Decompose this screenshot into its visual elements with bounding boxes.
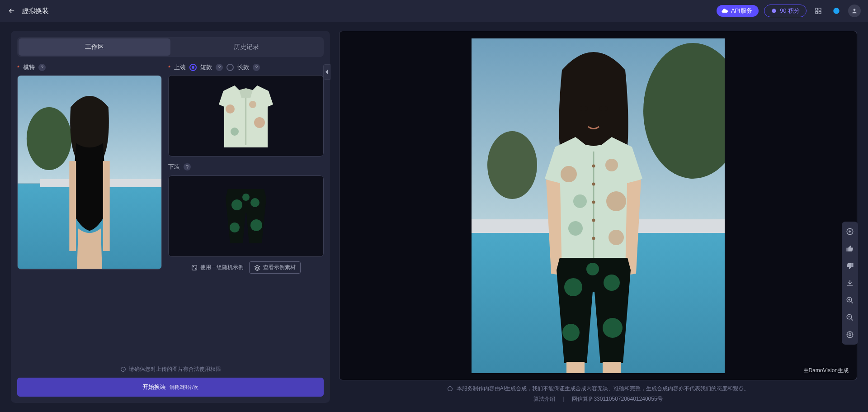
filing-link[interactable]: 网信算备330110507206401240055号 bbox=[572, 395, 662, 403]
svg-point-41 bbox=[568, 221, 583, 236]
svg-point-6 bbox=[854, 9, 856, 11]
footer-links: 算法介绍 网信算备330110507206401240055号 bbox=[339, 395, 857, 403]
separator bbox=[563, 397, 564, 402]
svg-point-25 bbox=[193, 266, 194, 267]
browser-icon[interactable] bbox=[830, 5, 843, 17]
svg-point-48 bbox=[592, 218, 595, 222]
model-head: * 模特 ? bbox=[17, 63, 162, 71]
svg-point-37 bbox=[599, 106, 608, 111]
add-button[interactable] bbox=[844, 226, 855, 237]
layers-icon bbox=[254, 265, 260, 271]
svg-point-23 bbox=[242, 194, 250, 201]
thumbs-up-button[interactable] bbox=[844, 243, 855, 254]
watermark: 由DamoVision生成 bbox=[803, 367, 849, 374]
svg-point-42 bbox=[605, 159, 618, 171]
zoom-in-button[interactable] bbox=[844, 295, 855, 306]
panel-tabs: 工作区 历史记录 bbox=[17, 37, 324, 57]
result-image[interactable] bbox=[472, 38, 725, 373]
qr-icon[interactable] bbox=[812, 5, 825, 17]
svg-rect-24 bbox=[192, 265, 197, 270]
api-service-label: API服务 bbox=[731, 7, 752, 15]
svg-point-20 bbox=[250, 198, 259, 207]
cloud-icon bbox=[721, 7, 728, 14]
svg-point-16 bbox=[231, 128, 239, 136]
radio-short[interactable] bbox=[189, 64, 197, 71]
work-area: * 模特 ? bbox=[17, 63, 324, 274]
help-icon[interactable]: ? bbox=[184, 163, 191, 170]
svg-rect-55 bbox=[566, 362, 585, 373]
tab-history[interactable]: 历史记录 bbox=[170, 38, 322, 56]
bottom-image-slot[interactable] bbox=[168, 175, 324, 257]
top-head: * 上装 短款 ? 长款 ? bbox=[168, 63, 324, 71]
legal-text: 请确保您对上传的图片有合法使用权限 bbox=[129, 365, 221, 373]
svg-point-39 bbox=[561, 166, 577, 182]
collapse-panel-button[interactable] bbox=[323, 64, 330, 80]
left-panel: 工作区 历史记录 * 模特 ? bbox=[11, 31, 330, 403]
svg-rect-12 bbox=[69, 161, 76, 251]
sample-actions: 使用一组随机示例 查看示例素材 bbox=[168, 261, 324, 274]
reset-view-button[interactable] bbox=[844, 329, 855, 340]
avatar[interactable] bbox=[848, 5, 861, 17]
topbar-left: 虚拟换装 bbox=[7, 6, 49, 15]
right-panel: 由DamoVision生成 本服务制作内容由AI生成合成，我们不能保证生成合成内… bbox=[339, 31, 857, 403]
svg-point-22 bbox=[250, 219, 262, 231]
main: 工作区 历史记录 * 模特 ? bbox=[0, 22, 868, 412]
bottom-label: 下装 bbox=[168, 163, 180, 171]
svg-rect-3 bbox=[816, 11, 818, 14]
required-star: * bbox=[17, 64, 19, 71]
help-icon[interactable]: ? bbox=[253, 64, 260, 71]
help-icon[interactable]: ? bbox=[38, 64, 46, 71]
view-samples-button[interactable]: 查看示例素材 bbox=[249, 261, 301, 274]
svg-point-40 bbox=[606, 191, 626, 211]
svg-point-45 bbox=[592, 164, 595, 167]
start-label: 开始换装 bbox=[142, 383, 166, 391]
top-long-label: 长款 bbox=[237, 63, 249, 71]
svg-point-21 bbox=[230, 223, 240, 232]
radio-long[interactable] bbox=[226, 64, 234, 71]
disclaimer-row: 本服务制作内容由AI生成合成，我们不能保证生成合成内容无误、准确和完整，生成合成… bbox=[339, 385, 857, 393]
legal-note: 请确保您对上传的图片有合法使用权限 bbox=[17, 365, 324, 373]
zoom-out-button[interactable] bbox=[844, 312, 855, 323]
svg-point-43 bbox=[573, 194, 587, 208]
random-sample-button[interactable]: 使用一组随机示例 bbox=[191, 264, 244, 271]
svg-point-67 bbox=[849, 333, 851, 336]
credits-pill[interactable]: 90 积分 bbox=[764, 5, 807, 17]
api-service-button[interactable]: API服务 bbox=[717, 5, 759, 17]
model-column: * 模特 ? bbox=[17, 63, 162, 274]
svg-point-44 bbox=[609, 230, 624, 245]
svg-rect-56 bbox=[603, 362, 621, 373]
thumbs-down-button[interactable] bbox=[844, 260, 855, 271]
coin-icon bbox=[771, 8, 777, 14]
svg-point-46 bbox=[592, 182, 595, 185]
svg-point-49 bbox=[592, 237, 595, 240]
back-button[interactable] bbox=[7, 6, 16, 15]
svg-point-19 bbox=[231, 199, 242, 210]
start-button[interactable]: 开始换装 消耗2积分/次 bbox=[17, 378, 324, 397]
svg-line-61 bbox=[851, 301, 853, 303]
credits-text: 90 积分 bbox=[780, 7, 800, 15]
bottom-clothing-image bbox=[212, 180, 280, 252]
svg-rect-4 bbox=[819, 11, 821, 14]
svg-point-0 bbox=[772, 9, 776, 13]
tab-workspace[interactable]: 工作区 bbox=[19, 38, 170, 56]
disclaimer-text: 本服务制作内容由AI生成合成，我们不能保证生成合成内容无误、准确和完整，生成合成… bbox=[457, 385, 749, 393]
algo-link[interactable]: 算法介绍 bbox=[533, 395, 555, 403]
svg-point-47 bbox=[592, 200, 595, 204]
help-icon[interactable]: ? bbox=[216, 64, 223, 71]
model-image-slot[interactable] bbox=[17, 75, 162, 270]
svg-point-15 bbox=[254, 117, 265, 128]
download-button[interactable] bbox=[844, 278, 855, 289]
svg-point-52 bbox=[562, 324, 580, 341]
clothes-column: * 上装 短款 ? 长款 ? bbox=[168, 63, 324, 274]
top-label: 上装 bbox=[174, 63, 186, 71]
info-icon bbox=[447, 386, 453, 392]
model-label: 模特 bbox=[23, 63, 35, 71]
svg-point-26 bbox=[195, 268, 196, 269]
dice-icon bbox=[191, 265, 198, 271]
start-cost: 消耗2积分/次 bbox=[170, 384, 198, 391]
svg-point-51 bbox=[604, 275, 620, 291]
top-image-slot[interactable] bbox=[168, 75, 324, 156]
svg-point-9 bbox=[27, 107, 71, 170]
svg-line-65 bbox=[851, 318, 853, 321]
topbar-right: API服务 90 积分 bbox=[717, 5, 861, 17]
